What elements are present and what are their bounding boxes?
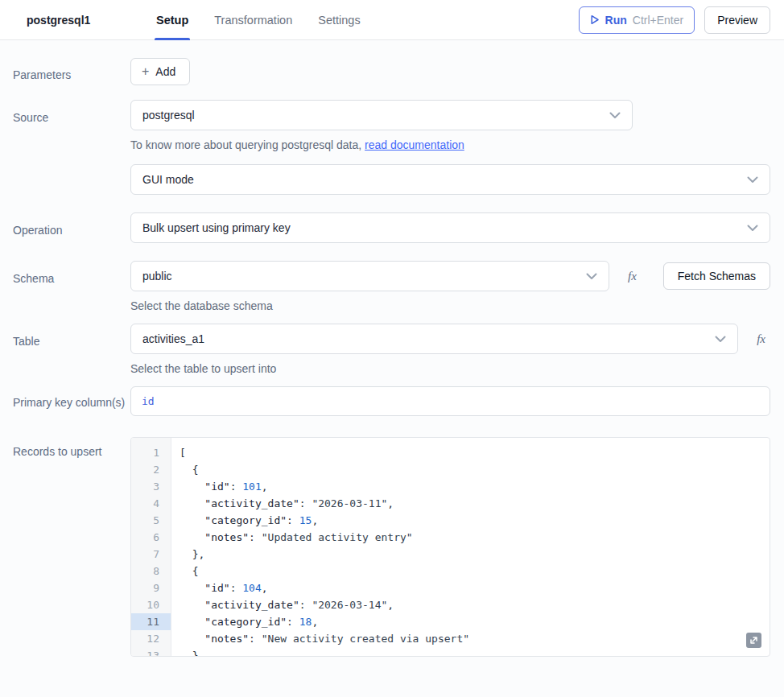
mode-select-value: GUI mode [142,173,194,186]
run-label: Run [605,14,627,27]
read-documentation-link[interactable]: read documentation [365,138,464,151]
gui-mode-spacer [13,164,130,195]
schema-helper-text: Select the database schema [130,299,770,312]
tab-setup[interactable]: Setup [155,0,190,39]
schema-label: Schema [13,261,130,312]
table-select-value: activities_a1 [142,332,204,345]
parameters-label: Parameters [13,58,130,85]
query-setup-form: Parameters + Add Source postgresql To kn… [0,40,784,668]
source-select-value: postgresql [142,109,195,122]
preview-button[interactable]: Preview [704,6,770,34]
records-code-editor[interactable]: 12345678910111213 [ { "id": 101, "activi… [130,437,770,657]
run-shortcut: Ctrl+Enter [633,14,683,27]
table-select[interactable]: activities_a1 [130,324,738,354]
chevron-down-icon [609,112,621,119]
plus-icon: + [142,65,149,78]
operation-select[interactable]: Bulk upsert using primary key [130,212,770,243]
play-icon [590,14,600,25]
chevron-down-icon [747,176,758,184]
tab-settings[interactable]: Settings [316,0,361,39]
run-button[interactable]: Run Ctrl+Enter [579,6,695,34]
table-label: Table [13,324,130,375]
add-parameter-label: Add [155,65,175,78]
primary-key-value: id [142,395,155,407]
records-label: Records to upsert [13,437,130,657]
operation-select-value: Bulk upsert using primary key [142,221,291,234]
primary-key-input[interactable]: id [130,386,770,416]
code-editor-gutter: 12345678910111213 [131,438,171,656]
header-actions: Run Ctrl+Enter Preview [579,0,784,39]
source-helper-prefix: To know more about querying postgresql d… [130,138,365,151]
chevron-down-icon [715,336,726,343]
fetch-schemas-button[interactable]: Fetch Schemas [663,262,770,290]
fx-toggle[interactable]: fx [757,332,765,346]
source-label: Source [13,100,130,151]
query-title: postgresql1 [0,0,155,39]
query-editor-header: postgresql1 Setup Transformation Setting… [0,0,784,40]
chevron-down-icon [747,225,758,232]
code-editor-lines[interactable]: [ { "id": 101, "activity_date": "2026-03… [171,438,770,656]
table-helper-text: Select the table to upsert into [130,362,770,375]
tab-transformation[interactable]: Transformation [213,0,294,39]
mode-select[interactable]: GUI mode [130,164,770,195]
tab-bar: Setup Transformation Settings [155,0,362,39]
operation-label: Operation [13,212,130,243]
fx-toggle[interactable]: fx [628,270,637,283]
add-parameter-button[interactable]: + Add [130,58,190,85]
chevron-down-icon [586,273,597,280]
schema-select-value: public [142,270,172,283]
source-select[interactable]: postgresql [130,100,633,130]
schema-select[interactable]: public [130,261,609,291]
source-helper-text: To know more about querying postgresql d… [130,138,770,151]
expand-editor-icon[interactable] [746,633,761,648]
primary-key-label: Primary key column(s) [13,386,130,416]
